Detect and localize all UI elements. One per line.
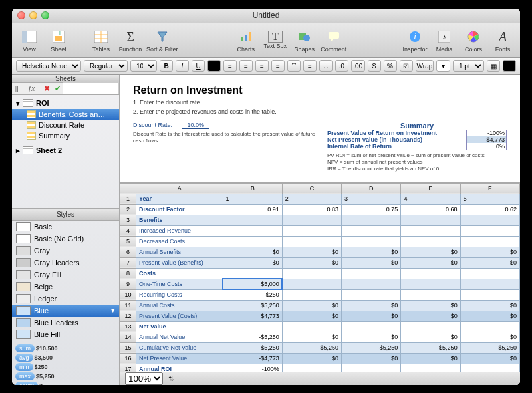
valign-bot-button[interactable]: ⎵ bbox=[319, 60, 332, 72]
decimals-button2[interactable]: .00 bbox=[351, 60, 365, 72]
align-left-button[interactable]: ≡ bbox=[223, 60, 237, 72]
cell[interactable]: $0 bbox=[401, 300, 460, 311]
minimize-icon[interactable] bbox=[29, 11, 37, 19]
cell[interactable]: 2 bbox=[282, 194, 341, 204]
cell[interactable] bbox=[223, 321, 282, 332]
shapes-button[interactable]: Shapes bbox=[291, 27, 318, 53]
textbox-button[interactable]: TText Box bbox=[262, 31, 289, 49]
cell[interactable]: $0 bbox=[223, 257, 282, 268]
cell[interactable]: $0 bbox=[342, 311, 401, 321]
cell[interactable] bbox=[460, 236, 519, 247]
col-header[interactable]: A bbox=[136, 183, 223, 194]
cell[interactable]: $0 bbox=[401, 353, 460, 364]
cell[interactable] bbox=[342, 364, 401, 371]
cell[interactable] bbox=[401, 364, 460, 371]
cell[interactable]: $0 bbox=[342, 300, 401, 311]
col-header[interactable]: B bbox=[223, 183, 282, 194]
row-label[interactable]: Annual Costs bbox=[136, 300, 223, 311]
underline-button[interactable]: U bbox=[192, 60, 205, 72]
cell[interactable] bbox=[282, 279, 341, 289]
row-header[interactable]: 13 bbox=[120, 321, 136, 332]
cell[interactable]: $0 bbox=[342, 353, 401, 364]
cell[interactable]: 5 bbox=[460, 194, 519, 204]
row-label[interactable]: Cumulative Net Value bbox=[136, 342, 223, 353]
cell[interactable]: $0 bbox=[282, 247, 341, 257]
cell[interactable]: $0 bbox=[282, 257, 341, 268]
valign-mid-button[interactable]: ≡ bbox=[303, 60, 317, 72]
cell[interactable]: -$5,250 bbox=[282, 342, 341, 353]
row-label[interactable]: Discount Factor bbox=[136, 204, 223, 215]
cell[interactable]: $0 bbox=[460, 332, 519, 342]
cell[interactable]: 0.62 bbox=[460, 204, 519, 215]
cell[interactable]: $0 bbox=[282, 300, 341, 311]
cell[interactable] bbox=[460, 321, 519, 332]
row-header[interactable]: 14 bbox=[120, 332, 136, 342]
cell[interactable] bbox=[460, 268, 519, 279]
cell[interactable]: -$5,250 bbox=[342, 342, 401, 353]
cell[interactable] bbox=[460, 225, 519, 236]
cell[interactable] bbox=[223, 268, 282, 279]
cell[interactable]: $0 bbox=[342, 257, 401, 268]
cell[interactable] bbox=[342, 236, 401, 247]
sheet-roi[interactable]: ▾ ROI bbox=[12, 98, 119, 109]
cell[interactable]: $0 bbox=[223, 247, 282, 257]
sidebar-item-benefits[interactable]: Benefits, Costs an… bbox=[12, 109, 119, 120]
row-header[interactable]: 11 bbox=[120, 300, 136, 311]
cell[interactable] bbox=[282, 236, 341, 247]
style-gray-headers[interactable]: Gray Headers bbox=[12, 257, 119, 269]
row-label[interactable]: Annual ROI bbox=[136, 364, 223, 371]
row-label[interactable]: Decreased Costs bbox=[136, 236, 223, 247]
row-label[interactable]: Year bbox=[136, 194, 223, 204]
cell[interactable] bbox=[223, 225, 282, 236]
style-basic[interactable]: Basic bbox=[12, 221, 119, 233]
cell[interactable]: 0.68 bbox=[401, 204, 460, 215]
cell[interactable] bbox=[401, 225, 460, 236]
row-header[interactable]: 6 bbox=[120, 247, 136, 257]
cell[interactable]: $0 bbox=[460, 311, 519, 321]
row-label[interactable]: Net Value bbox=[136, 321, 223, 332]
cell[interactable]: $0 bbox=[460, 353, 519, 364]
col-header[interactable]: C bbox=[282, 183, 341, 194]
page-nav-icon[interactable]: ⇅ bbox=[168, 375, 174, 382]
col-header[interactable]: E bbox=[401, 183, 460, 194]
cell[interactable]: -$5,250 bbox=[223, 342, 282, 353]
row-label[interactable]: Recurring Costs bbox=[136, 289, 223, 300]
sidebar-item-summary[interactable]: Summary bbox=[12, 130, 119, 141]
inspector-button[interactable]: iInspector bbox=[402, 27, 428, 53]
cell[interactable] bbox=[282, 289, 341, 300]
cell[interactable]: $0 bbox=[460, 257, 519, 268]
row-label[interactable]: Benefits bbox=[136, 215, 223, 225]
row-header[interactable]: 4 bbox=[120, 225, 136, 236]
cell[interactable]: $0 bbox=[401, 332, 460, 342]
cell[interactable] bbox=[342, 321, 401, 332]
bold-button[interactable]: B bbox=[160, 60, 173, 72]
checkbox-button[interactable]: ☑ bbox=[400, 60, 413, 72]
italic-button[interactable]: I bbox=[176, 60, 189, 72]
text-color-button[interactable] bbox=[207, 60, 221, 72]
cell[interactable] bbox=[282, 215, 341, 225]
view-button[interactable]: View bbox=[16, 27, 43, 53]
row-header[interactable]: 15 bbox=[120, 342, 136, 353]
cell[interactable]: $0 bbox=[460, 300, 519, 311]
tables-button[interactable]: Tables bbox=[88, 27, 114, 53]
cell[interactable]: 0.91 bbox=[223, 204, 282, 215]
cell[interactable]: $0 bbox=[282, 311, 341, 321]
cell[interactable] bbox=[342, 289, 401, 300]
fonts-button[interactable]: AFonts bbox=[489, 27, 516, 53]
sheet-button[interactable]: +Sheet bbox=[45, 27, 72, 53]
cell[interactable]: $0 bbox=[401, 257, 460, 268]
cell[interactable] bbox=[401, 236, 460, 247]
colors-button[interactable]: Colors bbox=[460, 27, 487, 53]
row-label[interactable]: Present Value (Benefits) bbox=[136, 257, 223, 268]
cell[interactable]: $0 bbox=[342, 247, 401, 257]
border-color-button[interactable] bbox=[503, 60, 516, 72]
border-button[interactable]: ▦ bbox=[487, 60, 500, 72]
cell[interactable]: $0 bbox=[401, 247, 460, 257]
row-header[interactable]: 3 bbox=[120, 215, 136, 225]
cell[interactable]: -$5,250 bbox=[401, 342, 460, 353]
cell[interactable] bbox=[401, 268, 460, 279]
fill-button[interactable]: ▾ bbox=[436, 60, 450, 72]
fx-cancel-icon[interactable]: ✖ bbox=[41, 83, 52, 94]
cell[interactable] bbox=[460, 215, 519, 225]
font-size-select[interactable]: 10 bbox=[130, 60, 157, 72]
